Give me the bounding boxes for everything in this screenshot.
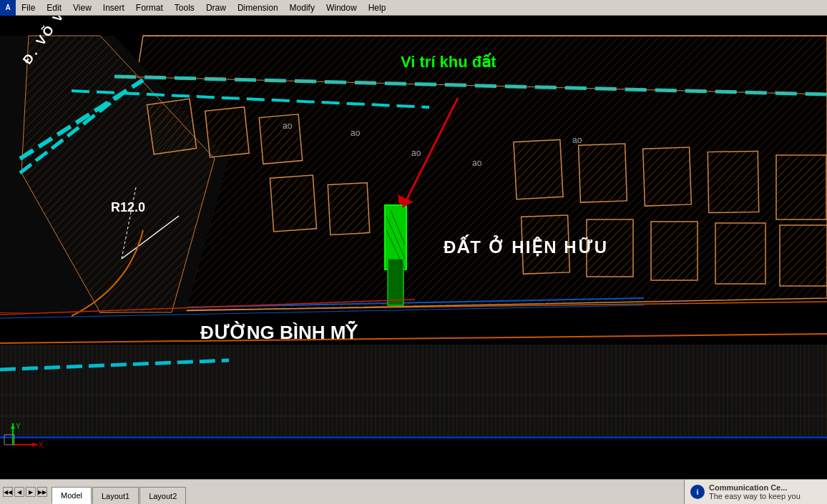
menu-modify[interactable]: Modify: [284, 0, 320, 15]
tab-model[interactable]: Model: [52, 487, 92, 504]
svg-rect-5: [0, 345, 827, 438]
svg-text:X: X: [39, 441, 44, 449]
menu-file[interactable]: File: [16, 0, 41, 15]
menu-insert[interactable]: Insert: [97, 0, 130, 15]
tab-layout1[interactable]: Layout1: [92, 487, 139, 504]
tab-nav-next[interactable]: ▶: [26, 487, 36, 497]
tab-nav-last[interactable]: ▶▶: [37, 487, 47, 497]
svg-text:ao: ao: [351, 128, 361, 138]
svg-rect-36: [388, 259, 403, 305]
menu-window[interactable]: Window: [320, 0, 363, 15]
tab-nav-prev[interactable]: ◀: [14, 487, 24, 497]
menu-view[interactable]: View: [67, 0, 97, 15]
tab-nav-first[interactable]: ◀◀: [3, 487, 13, 497]
svg-rect-30: [522, 215, 570, 274]
svg-rect-29: [776, 155, 826, 219]
svg-text:ao: ao: [572, 135, 582, 145]
svg-rect-28: [708, 151, 758, 212]
svg-rect-20: [147, 99, 196, 154]
menu-format[interactable]: Format: [130, 0, 169, 15]
menu-help[interactable]: Help: [363, 0, 392, 15]
app-logo: A: [0, 0, 16, 16]
comm-subtitle: The easy way to keep you: [709, 492, 801, 500]
tab-strip: Model Layout1 Layout2: [50, 480, 186, 504]
menu-edit[interactable]: Edit: [41, 0, 67, 15]
tab-layout2[interactable]: Layout2: [140, 487, 186, 504]
svg-text:ao: ao: [472, 158, 482, 168]
comm-icon: i: [690, 485, 705, 499]
svg-rect-32: [651, 222, 698, 280]
menu-bar: A File Edit View Insert Format Tools Dra…: [0, 0, 827, 16]
comm-title: Communication Ce...: [709, 483, 801, 492]
menu-dimension[interactable]: Dimension: [232, 0, 284, 15]
svg-rect-24: [328, 183, 370, 235]
svg-rect-22: [259, 114, 302, 164]
svg-rect-26: [579, 144, 627, 202]
svg-text:Y: Y: [16, 423, 21, 430]
tab-nav-arrows: ◀◀ ◀ ▶ ▶▶: [0, 480, 50, 504]
menu-draw[interactable]: Draw: [200, 0, 232, 15]
svg-rect-27: [643, 147, 692, 206]
svg-rect-25: [514, 139, 563, 199]
svg-rect-31: [587, 219, 633, 277]
svg-rect-34: [780, 225, 827, 286]
svg-text:ao: ao: [283, 121, 293, 131]
status-bar: ◀◀ ◀ ▶ ▶▶ Model Layout1 Layout2 i Commun…: [0, 479, 827, 504]
menu-tools[interactable]: Tools: [169, 0, 200, 15]
svg-text:ao: ao: [411, 148, 421, 158]
svg-rect-33: [715, 223, 765, 284]
communication-center-panel[interactable]: i Communication Ce... The easy way to ke…: [684, 480, 827, 504]
canvas-area[interactable]: ao ao ao ao ao Y X V: [0, 16, 827, 479]
svg-rect-23: [270, 175, 316, 232]
svg-rect-21: [205, 107, 249, 157]
